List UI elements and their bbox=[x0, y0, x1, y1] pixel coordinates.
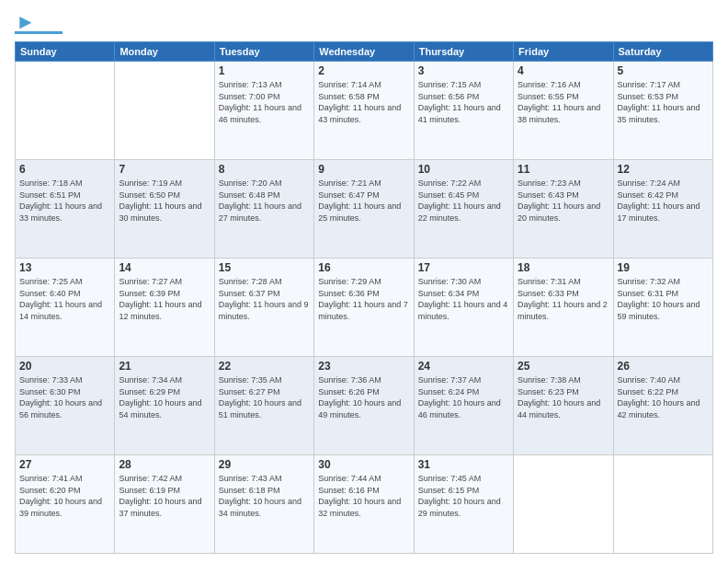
day-cell: 30Sunrise: 7:44 AM Sunset: 6:16 PM Dayli… bbox=[314, 455, 414, 554]
day-number: 8 bbox=[219, 163, 310, 176]
day-number: 31 bbox=[418, 458, 509, 471]
day-info: Sunrise: 7:36 AM Sunset: 6:26 PM Dayligh… bbox=[318, 374, 409, 420]
calendar-table: SundayMondayTuesdayWednesdayThursdayFrid… bbox=[15, 41, 713, 554]
day-number: 19 bbox=[618, 261, 709, 274]
weekday-header-row: SundayMondayTuesdayWednesdayThursdayFrid… bbox=[16, 42, 713, 62]
day-cell: 18Sunrise: 7:31 AM Sunset: 6:33 PM Dayli… bbox=[514, 259, 613, 357]
day-number: 4 bbox=[518, 64, 609, 77]
week-row-4: 20Sunrise: 7:33 AM Sunset: 6:30 PM Dayli… bbox=[16, 357, 713, 455]
day-info: Sunrise: 7:45 AM Sunset: 6:15 PM Dayligh… bbox=[418, 473, 509, 519]
day-cell: 23Sunrise: 7:36 AM Sunset: 6:26 PM Dayli… bbox=[314, 357, 414, 455]
day-number: 12 bbox=[618, 163, 709, 176]
day-info: Sunrise: 7:14 AM Sunset: 6:58 PM Dayligh… bbox=[318, 79, 409, 125]
day-number: 2 bbox=[318, 64, 409, 77]
day-cell: 21Sunrise: 7:34 AM Sunset: 6:29 PM Dayli… bbox=[115, 357, 214, 455]
day-number: 30 bbox=[318, 458, 409, 471]
day-cell: 13Sunrise: 7:25 AM Sunset: 6:40 PM Dayli… bbox=[16, 259, 115, 357]
day-info: Sunrise: 7:32 AM Sunset: 6:31 PM Dayligh… bbox=[618, 276, 709, 322]
day-number: 18 bbox=[518, 261, 609, 274]
day-info: Sunrise: 7:21 AM Sunset: 6:47 PM Dayligh… bbox=[318, 178, 409, 224]
day-cell: 24Sunrise: 7:37 AM Sunset: 6:24 PM Dayli… bbox=[414, 357, 513, 455]
day-info: Sunrise: 7:28 AM Sunset: 6:37 PM Dayligh… bbox=[219, 276, 310, 322]
day-cell bbox=[514, 455, 613, 554]
day-cell: 3Sunrise: 7:15 AM Sunset: 6:56 PM Daylig… bbox=[414, 62, 513, 160]
day-info: Sunrise: 7:27 AM Sunset: 6:39 PM Dayligh… bbox=[119, 276, 210, 322]
day-cell: 16Sunrise: 7:29 AM Sunset: 6:36 PM Dayli… bbox=[314, 259, 414, 357]
day-info: Sunrise: 7:37 AM Sunset: 6:24 PM Dayligh… bbox=[418, 374, 509, 420]
day-info: Sunrise: 7:30 AM Sunset: 6:34 PM Dayligh… bbox=[418, 276, 509, 322]
day-info: Sunrise: 7:43 AM Sunset: 6:18 PM Dayligh… bbox=[219, 473, 310, 519]
weekday-header-friday: Friday bbox=[514, 42, 613, 62]
day-cell: 6Sunrise: 7:18 AM Sunset: 6:51 PM Daylig… bbox=[16, 160, 115, 259]
day-info: Sunrise: 7:23 AM Sunset: 6:43 PM Dayligh… bbox=[518, 178, 609, 224]
day-info: Sunrise: 7:29 AM Sunset: 6:36 PM Dayligh… bbox=[318, 276, 409, 322]
day-number: 14 bbox=[119, 261, 210, 274]
day-number: 16 bbox=[318, 261, 409, 274]
day-info: Sunrise: 7:33 AM Sunset: 6:30 PM Dayligh… bbox=[19, 374, 110, 420]
day-number: 17 bbox=[418, 261, 509, 274]
day-number: 24 bbox=[418, 360, 509, 373]
day-number: 1 bbox=[219, 64, 310, 77]
day-number: 22 bbox=[219, 360, 310, 373]
logo-text: ► bbox=[15, 11, 36, 33]
day-cell: 26Sunrise: 7:40 AM Sunset: 6:22 PM Dayli… bbox=[613, 357, 712, 455]
logo-underline bbox=[15, 31, 63, 34]
day-info: Sunrise: 7:18 AM Sunset: 6:51 PM Dayligh… bbox=[19, 178, 110, 224]
day-info: Sunrise: 7:44 AM Sunset: 6:16 PM Dayligh… bbox=[318, 473, 409, 519]
day-cell: 25Sunrise: 7:38 AM Sunset: 6:23 PM Dayli… bbox=[514, 357, 613, 455]
logo-arrow-icon: ► bbox=[16, 10, 36, 33]
week-row-5: 27Sunrise: 7:41 AM Sunset: 6:20 PM Dayli… bbox=[16, 455, 713, 554]
day-info: Sunrise: 7:16 AM Sunset: 6:55 PM Dayligh… bbox=[518, 79, 609, 125]
day-info: Sunrise: 7:40 AM Sunset: 6:22 PM Dayligh… bbox=[618, 374, 709, 420]
day-number: 13 bbox=[19, 261, 110, 274]
day-cell: 31Sunrise: 7:45 AM Sunset: 6:15 PM Dayli… bbox=[414, 455, 513, 554]
day-number: 23 bbox=[318, 360, 409, 373]
day-info: Sunrise: 7:34 AM Sunset: 6:29 PM Dayligh… bbox=[119, 374, 210, 420]
day-cell: 29Sunrise: 7:43 AM Sunset: 6:18 PM Dayli… bbox=[214, 455, 313, 554]
header: ► bbox=[15, 11, 713, 34]
day-cell: 17Sunrise: 7:30 AM Sunset: 6:34 PM Dayli… bbox=[414, 259, 513, 357]
day-info: Sunrise: 7:31 AM Sunset: 6:33 PM Dayligh… bbox=[518, 276, 609, 322]
day-cell: 27Sunrise: 7:41 AM Sunset: 6:20 PM Dayli… bbox=[16, 455, 115, 554]
logo: ► bbox=[15, 11, 63, 34]
day-number: 28 bbox=[119, 458, 210, 471]
day-cell: 14Sunrise: 7:27 AM Sunset: 6:39 PM Dayli… bbox=[115, 259, 214, 357]
day-info: Sunrise: 7:41 AM Sunset: 6:20 PM Dayligh… bbox=[19, 473, 110, 519]
day-info: Sunrise: 7:22 AM Sunset: 6:45 PM Dayligh… bbox=[418, 178, 509, 224]
day-info: Sunrise: 7:13 AM Sunset: 7:00 PM Dayligh… bbox=[219, 79, 310, 125]
day-cell: 7Sunrise: 7:19 AM Sunset: 6:50 PM Daylig… bbox=[115, 160, 214, 259]
weekday-header-thursday: Thursday bbox=[414, 42, 513, 62]
day-cell: 5Sunrise: 7:17 AM Sunset: 6:53 PM Daylig… bbox=[613, 62, 712, 160]
day-number: 21 bbox=[119, 360, 210, 373]
day-cell: 12Sunrise: 7:24 AM Sunset: 6:42 PM Dayli… bbox=[613, 160, 712, 259]
weekday-header-tuesday: Tuesday bbox=[214, 42, 313, 62]
day-cell: 20Sunrise: 7:33 AM Sunset: 6:30 PM Dayli… bbox=[16, 357, 115, 455]
day-cell: 15Sunrise: 7:28 AM Sunset: 6:37 PM Dayli… bbox=[214, 259, 313, 357]
day-info: Sunrise: 7:17 AM Sunset: 6:53 PM Dayligh… bbox=[618, 79, 709, 125]
weekday-header-saturday: Saturday bbox=[613, 42, 712, 62]
day-cell bbox=[16, 62, 115, 160]
week-row-2: 6Sunrise: 7:18 AM Sunset: 6:51 PM Daylig… bbox=[16, 160, 713, 259]
day-info: Sunrise: 7:25 AM Sunset: 6:40 PM Dayligh… bbox=[19, 276, 110, 322]
day-info: Sunrise: 7:20 AM Sunset: 6:48 PM Dayligh… bbox=[219, 178, 310, 224]
calendar-page: ► SundayMondayTuesdayWednesdayThursdayFr… bbox=[0, 0, 728, 563]
week-row-1: 1Sunrise: 7:13 AM Sunset: 7:00 PM Daylig… bbox=[16, 62, 713, 160]
day-number: 29 bbox=[219, 458, 310, 471]
day-number: 7 bbox=[119, 163, 210, 176]
day-number: 26 bbox=[618, 360, 709, 373]
day-cell bbox=[115, 62, 214, 160]
day-cell: 9Sunrise: 7:21 AM Sunset: 6:47 PM Daylig… bbox=[314, 160, 414, 259]
day-cell: 22Sunrise: 7:35 AM Sunset: 6:27 PM Dayli… bbox=[214, 357, 313, 455]
day-cell: 4Sunrise: 7:16 AM Sunset: 6:55 PM Daylig… bbox=[514, 62, 613, 160]
day-number: 3 bbox=[418, 64, 509, 77]
day-info: Sunrise: 7:42 AM Sunset: 6:19 PM Dayligh… bbox=[119, 473, 210, 519]
day-number: 5 bbox=[618, 64, 709, 77]
week-row-3: 13Sunrise: 7:25 AM Sunset: 6:40 PM Dayli… bbox=[16, 259, 713, 357]
weekday-header-sunday: Sunday bbox=[16, 42, 115, 62]
day-number: 25 bbox=[518, 360, 609, 373]
day-info: Sunrise: 7:38 AM Sunset: 6:23 PM Dayligh… bbox=[518, 374, 609, 420]
day-info: Sunrise: 7:24 AM Sunset: 6:42 PM Dayligh… bbox=[618, 178, 709, 224]
day-number: 27 bbox=[19, 458, 110, 471]
day-cell: 19Sunrise: 7:32 AM Sunset: 6:31 PM Dayli… bbox=[613, 259, 712, 357]
day-info: Sunrise: 7:35 AM Sunset: 6:27 PM Dayligh… bbox=[219, 374, 310, 420]
